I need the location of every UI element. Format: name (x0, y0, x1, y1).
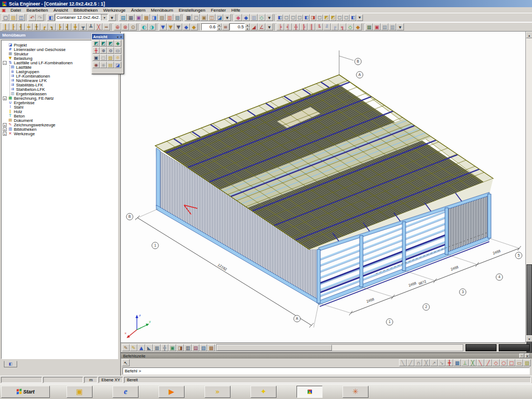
project-combo[interactable]: ▾ (55, 14, 108, 21)
corner2-tool-button[interactable]: ┓ (48, 23, 56, 30)
expand-icon[interactable]: + (3, 127, 7, 131)
document-gen-button[interactable]: ▦ (365, 23, 373, 30)
viewport-vscrollbar[interactable]: ▴ ▾ (525, 32, 532, 342)
mesh-view-button[interactable]: ╬ (161, 344, 168, 351)
taskbar-media-player-button[interactable]: ▶ (158, 386, 185, 398)
menu-hilfe[interactable]: Hilfe (229, 8, 243, 13)
view-window-2-button[interactable]: ▢ (283, 14, 290, 21)
support-button[interactable]: ⊙ (129, 23, 137, 30)
menu-fenster[interactable]: Fenster (208, 8, 228, 13)
load-display-2-button[interactable]: ╡ (284, 23, 292, 30)
container-model[interactable]: 12192 2468 2468 2468 2468 9872 12345B1AB… (121, 32, 525, 342)
mass-button[interactable]: ◆ (182, 23, 190, 30)
project-manager-button[interactable]: ◧ (47, 14, 55, 21)
view-axes-button[interactable]: ╋ (93, 47, 100, 54)
expand-icon[interactable]: + (3, 132, 7, 136)
snap-grid-button[interactable]: ▦ (453, 359, 461, 366)
taskbar-paint-button[interactable]: ✳ (342, 386, 369, 398)
view-window-1-button[interactable]: ◧ (277, 14, 283, 21)
scroll-down-icon[interactable]: ▾ (526, 335, 532, 342)
load-display-8-button[interactable]: ╔ (331, 23, 339, 30)
menu-datei[interactable]: Datei (8, 8, 24, 13)
render-mode-button[interactable]: ▣ (168, 344, 176, 351)
scale-spinner-1[interactable]: ▴▾ (201, 23, 222, 30)
taskbar-commander-button[interactable]: » (204, 386, 231, 398)
scale-2-down-icon[interactable]: ▾ (245, 27, 250, 31)
taskbar-internet-explorer-button[interactable]: e (112, 386, 139, 398)
snap-arc-button[interactable]: ∩ (415, 359, 422, 366)
model-3d-view[interactable]: 12192 2468 2468 2468 2468 9872 12345B1AB… (121, 32, 525, 342)
view-window-11-button[interactable]: ▢ (343, 14, 350, 21)
load-display-7-button[interactable]: ╝ (323, 23, 331, 30)
close-panel-icon[interactable]: ✕ (525, 354, 530, 358)
view-window-7-button[interactable]: ▢ (316, 14, 323, 21)
collapse-icon[interactable]: − (3, 61, 7, 65)
load-display-10-button[interactable]: ◇ (346, 23, 354, 30)
ansicht-title[interactable]: Ansicht (93, 35, 108, 39)
view-window-5-button[interactable]: ◧ (303, 14, 310, 21)
select-cursor-button[interactable]: ↖ (122, 359, 130, 366)
angle-button[interactable]: ∠ (258, 23, 265, 30)
view-window-12-button[interactable]: ◧ (350, 14, 356, 21)
save-button[interactable]: ◫ (17, 14, 25, 21)
app-menu-icon[interactable]: ▣ (1, 8, 7, 13)
texture-button[interactable]: ▨ (158, 14, 166, 21)
scroll-up-icon[interactable]: ▴ (526, 32, 532, 38)
pin-icon[interactable]: ▫ (519, 354, 524, 358)
menu-ansicht[interactable]: Ansicht (50, 8, 70, 13)
menu-bearbeiten[interactable]: Bearbeiten (24, 8, 51, 13)
snap-dir2-button[interactable]: ↘ (438, 359, 446, 366)
preview-button[interactable]: ▢ (192, 14, 200, 21)
picture-button[interactable]: ▣ (135, 14, 142, 21)
level-button[interactable]: ▲ (137, 344, 145, 351)
camera-button[interactable]: ◉ (93, 62, 100, 68)
camera-off-button[interactable]: ◉ (100, 62, 107, 68)
start-button[interactable]: Start (1, 386, 50, 398)
taskbar-winamp-button[interactable]: ✦ (250, 386, 277, 398)
docked-window-button-1[interactable] (466, 344, 497, 351)
delete-tool-button[interactable]: ╳ (95, 23, 103, 30)
view-window-9-button[interactable]: ◩ (330, 14, 336, 21)
library-link-button[interactable]: ◆ (242, 14, 250, 21)
snap-node-button[interactable]: ◇ (492, 359, 500, 366)
grid-view-button[interactable]: ▦ (153, 344, 161, 351)
snap-circle-button[interactable]: ○ (500, 359, 508, 366)
document-more-button[interactable]: ▾ (396, 23, 404, 30)
snap-surface-button[interactable]: ▨ (523, 359, 531, 366)
load-display-9-button[interactable]: ╗ (339, 23, 346, 30)
load-display-6-button[interactable]: ╚ (315, 23, 323, 30)
open-button[interactable]: ▨ (9, 14, 17, 21)
slab-tool-button[interactable]: ═ (103, 23, 110, 30)
menu-werkzeuge[interactable]: Werkzeuge (100, 8, 128, 13)
zoom-out-button[interactable]: ⊖ (107, 47, 114, 54)
temperature-button[interactable]: ◆ (190, 23, 198, 30)
column-tool-button[interactable]: ┃ (2, 23, 9, 30)
branch1-tool-button[interactable]: ┣ (56, 23, 64, 30)
windows-more-button[interactable]: ▾ (356, 14, 363, 21)
taskbar-explorer-button[interactable]: ▣ (66, 386, 93, 398)
snap-line-button[interactable]: ╲ (399, 359, 407, 366)
corner1-tool-button[interactable]: ┏ (40, 23, 48, 30)
engine-button[interactable]: ◆ (234, 14, 242, 21)
taskbar-scia-button[interactable] (296, 386, 323, 398)
snap-mid-button[interactable]: ╱ (484, 359, 492, 366)
snap-cross-button[interactable]: ╳ (422, 359, 430, 366)
load-display-11-button[interactable]: ◆ (354, 23, 362, 30)
command-input[interactable] (122, 367, 530, 375)
snap-line2-button[interactable]: ╱ (407, 359, 415, 366)
view-window-10-button[interactable]: ▢ (336, 14, 343, 21)
branch2-tool-button[interactable]: ┫ (64, 23, 71, 30)
scale-1-input[interactable] (201, 23, 217, 30)
expand-icon[interactable]: + (3, 96, 7, 100)
print-more-button[interactable]: ▾ (223, 14, 231, 21)
node-button[interactable]: ⊕ (114, 23, 121, 30)
view-side-button[interactable]: ◩ (107, 40, 114, 47)
load-display-5-button[interactable]: ║ (308, 23, 315, 30)
copy-button[interactable]: ◨ (150, 14, 158, 21)
zoom-all-button[interactable]: ▣ (93, 54, 100, 61)
labels-button[interactable]: ▤ (192, 344, 200, 351)
snap-perp-button[interactable]: ⊥ (461, 359, 469, 366)
view-top-button[interactable]: ◩ (93, 40, 100, 47)
scale-spinner-2[interactable]: ▴▾ (229, 23, 250, 30)
print-data-button[interactable]: ▦ (127, 14, 135, 21)
